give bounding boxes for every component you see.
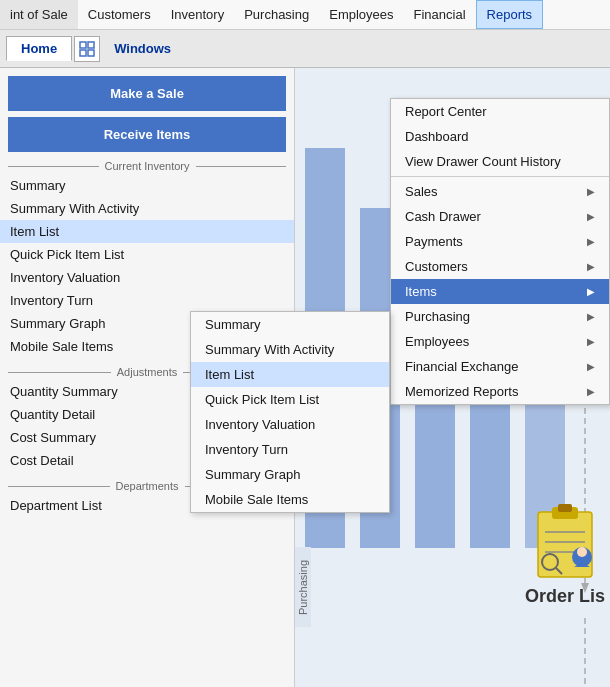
menu-divider-1 bbox=[391, 176, 609, 177]
home-tab[interactable]: Home bbox=[6, 36, 72, 61]
current-inventory-header: Current Inventory bbox=[8, 160, 286, 172]
svg-rect-3 bbox=[88, 50, 94, 56]
main-area: Make a Sale Receive Items Current Invent… bbox=[0, 68, 610, 687]
toolbar: Home Windows bbox=[0, 30, 610, 68]
svg-rect-17 bbox=[558, 504, 572, 512]
financial-exchange-item[interactable]: Financial Exchange ▶ bbox=[391, 354, 609, 379]
customers-arrow: ▶ bbox=[587, 261, 595, 272]
sub-quick-pick-item[interactable]: Quick Pick Item List bbox=[191, 387, 389, 412]
cash-drawer-item[interactable]: Cash Drawer ▶ bbox=[391, 204, 609, 229]
sales-item[interactable]: Sales ▶ bbox=[391, 179, 609, 204]
drawer-history-item[interactable]: View Drawer Count History bbox=[391, 149, 609, 174]
menubar-item-inventory[interactable]: Inventory bbox=[161, 0, 234, 29]
menubar-item-customers[interactable]: Customers bbox=[78, 0, 161, 29]
sub-summary-item[interactable]: Summary bbox=[191, 312, 389, 337]
report-center-item[interactable]: Report Center bbox=[391, 99, 609, 124]
sub-summary-activity-item[interactable]: Summary With Activity bbox=[191, 337, 389, 362]
svg-rect-2 bbox=[80, 50, 86, 56]
memorized-reports-arrow: ▶ bbox=[587, 386, 595, 397]
windows-icon[interactable] bbox=[74, 36, 100, 62]
employees-arrow: ▶ bbox=[587, 336, 595, 347]
order-list-area: Order Lis bbox=[525, 502, 605, 607]
clipboard-icon bbox=[530, 502, 600, 582]
sub-inv-valuation-item[interactable]: Inventory Valuation bbox=[191, 412, 389, 437]
make-sale-button[interactable]: Make a Sale bbox=[8, 76, 286, 111]
customers-report-item[interactable]: Customers ▶ bbox=[391, 254, 609, 279]
sales-arrow: ▶ bbox=[587, 186, 595, 197]
menubar-item-financial[interactable]: Financial bbox=[404, 0, 476, 29]
employees-report-item[interactable]: Employees ▶ bbox=[391, 329, 609, 354]
receive-items-button[interactable]: Receive Items bbox=[8, 117, 286, 152]
menubar-item-pos[interactable]: int of Sale bbox=[0, 0, 78, 29]
sidebar-item-inventory-turn[interactable]: Inventory Turn bbox=[0, 289, 294, 312]
menubar-item-reports[interactable]: Reports bbox=[476, 0, 544, 29]
purchasing-report-item[interactable]: Purchasing ▶ bbox=[391, 304, 609, 329]
svg-rect-15 bbox=[538, 512, 592, 577]
items-arrow: ▶ bbox=[587, 286, 595, 297]
sub-inv-turn-item[interactable]: Inventory Turn bbox=[191, 437, 389, 462]
memorized-reports-item[interactable]: Memorized Reports ▶ bbox=[391, 379, 609, 404]
svg-rect-1 bbox=[88, 42, 94, 48]
sub-item-list-item[interactable]: Item List bbox=[191, 362, 389, 387]
svg-rect-0 bbox=[80, 42, 86, 48]
sidebar-item-summary[interactable]: Summary bbox=[0, 174, 294, 197]
cash-drawer-arrow: ▶ bbox=[587, 211, 595, 222]
sub-mobile-sale-item[interactable]: Mobile Sale Items bbox=[191, 487, 389, 512]
sidebar-item-quick-pick[interactable]: Quick Pick Item List bbox=[0, 243, 294, 266]
purchasing-arrow: ▶ bbox=[587, 311, 595, 322]
menubar: int of Sale Customers Inventory Purchasi… bbox=[0, 0, 610, 30]
sidebar-item-summary-activity[interactable]: Summary With Activity bbox=[0, 197, 294, 220]
purchasing-vertical-label: Purchasing bbox=[295, 547, 311, 627]
windows-label[interactable]: Windows bbox=[104, 37, 181, 60]
menubar-item-purchasing[interactable]: Purchasing bbox=[234, 0, 319, 29]
items-report-item[interactable]: Items ▶ bbox=[391, 279, 609, 304]
svg-point-22 bbox=[577, 547, 587, 557]
dashboard-item[interactable]: Dashboard bbox=[391, 124, 609, 149]
items-submenu: Summary Summary With Activity Item List … bbox=[190, 311, 390, 513]
payments-arrow: ▶ bbox=[587, 236, 595, 247]
sidebar-item-item-list[interactable]: Item List bbox=[0, 220, 294, 243]
financial-exchange-arrow: ▶ bbox=[587, 361, 595, 372]
reports-dropdown-menu: Report Center Dashboard View Drawer Coun… bbox=[390, 98, 610, 405]
sub-summary-graph-item[interactable]: Summary Graph bbox=[191, 462, 389, 487]
payments-item[interactable]: Payments ▶ bbox=[391, 229, 609, 254]
menubar-item-employees[interactable]: Employees bbox=[319, 0, 403, 29]
order-list-label: Order Lis bbox=[525, 586, 605, 607]
sidebar-item-inventory-valuation[interactable]: Inventory Valuation bbox=[0, 266, 294, 289]
